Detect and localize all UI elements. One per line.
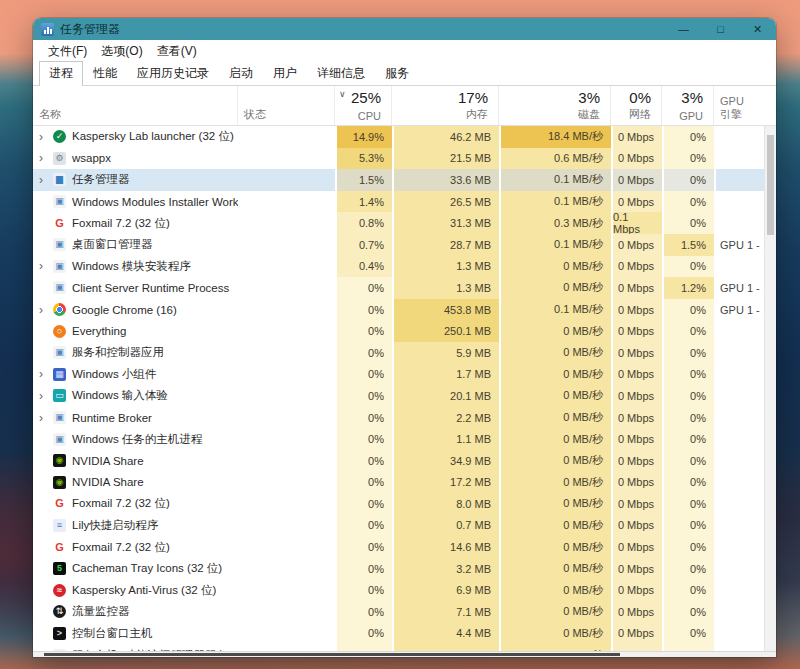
status-cell <box>238 364 335 386</box>
cpu-cell: 0% <box>335 515 392 537</box>
process-name: Foxmail 7.2 (32 位) <box>72 216 170 231</box>
process-name: 桌面窗口管理器 <box>72 237 153 252</box>
expand-chevron-icon[interactable]: › <box>39 151 53 165</box>
expand-chevron-icon[interactable]: › <box>39 389 53 403</box>
table-row[interactable]: › ⚙ 服务主机: 功能访问管理器服务 0% 2.0 MB 0 MB/秒 0 M… <box>33 644 776 651</box>
vertical-scrollbar[interactable] <box>764 126 776 651</box>
table-row[interactable]: › ▣ Windows 模块安装程序 0.4% 1.3 MB 0 MB/秒 0 … <box>33 256 776 278</box>
title-bar[interactable]: 任务管理器 —□✕ <box>33 18 776 40</box>
column-label: 状态 <box>244 107 324 122</box>
table-row[interactable]: › > 控制台窗口主机 0% 4.4 MB 0 MB/秒 0 Mbps 0% <box>33 623 776 645</box>
status-cell <box>238 558 335 580</box>
table-row[interactable]: › ▣ Windows Modules Installer Worker 1.4… <box>33 191 776 213</box>
column-header-gpu-engine[interactable]: GPU 引擎 <box>714 86 764 125</box>
table-row[interactable]: › G Foxmail 7.2 (32 位) 0.8% 31.3 MB 0.3 … <box>33 212 776 234</box>
window-icon: ▣ <box>53 195 66 208</box>
tab-performance[interactable]: 性能 <box>83 61 127 86</box>
table-row[interactable]: › ▆ 任务管理器 1.5% 33.6 MB 0.1 MB/秒 0 Mbps 0… <box>33 169 776 191</box>
cpu-cell: 1.5% <box>335 169 392 191</box>
status-cell <box>238 472 335 494</box>
tab-processes[interactable]: 进程 <box>39 61 83 86</box>
column-header-status[interactable]: 状态 <box>238 86 335 125</box>
minimize-button[interactable]: — <box>665 18 702 40</box>
gpu-total: 3% <box>681 89 703 106</box>
column-header-network[interactable]: 0% 网络 <box>611 86 662 125</box>
table-row[interactable]: › ≡ Lily快捷启动程序 0% 0.7 MB 0 MB/秒 0 Mbps 0… <box>33 515 776 537</box>
table-row[interactable]: › ▭ Windows 输入体验 0% 20.1 MB 0 MB/秒 0 Mbp… <box>33 385 776 407</box>
tab-app-history[interactable]: 应用历史记录 <box>127 61 219 86</box>
lily-icon: ≡ <box>53 519 66 532</box>
process-name-cell: › G Foxmail 7.2 (32 位) <box>33 212 238 234</box>
column-header-cpu[interactable]: ∨ 25% CPU <box>335 86 392 125</box>
tab-details[interactable]: 详细信息 <box>307 61 375 86</box>
window-controls: —□✕ <box>665 18 776 40</box>
disk-total: 3% <box>578 89 600 106</box>
table-row[interactable]: › ▣ Windows 任务的主机进程 0% 1.1 MB 0 MB/秒 0 M… <box>33 428 776 450</box>
window-title: 任务管理器 <box>60 21 120 38</box>
memory-cell: 1.3 MB <box>392 256 499 278</box>
expand-chevron-icon[interactable]: › <box>39 173 53 187</box>
expand-chevron-icon[interactable]: › <box>39 411 53 425</box>
memory-cell: 28.7 MB <box>392 234 499 256</box>
task-manager-window: 任务管理器 —□✕ 文件(F)选项(O)查看(V) 进程性能应用历史记录启动用户… <box>33 18 776 657</box>
column-label: 名称 <box>39 107 227 122</box>
cpu-cell: 0% <box>335 558 392 580</box>
disk-cell: 0 MB/秒 <box>499 472 611 494</box>
gpu-engine-cell: GPU 1 - … <box>714 234 764 256</box>
gpu-cell: 0% <box>662 623 714 645</box>
table-row[interactable]: › ▣ 桌面窗口管理器 0.7% 28.7 MB 0.1 MB/秒 0 Mbps… <box>33 234 776 256</box>
process-name: Windows 模块安装程序 <box>72 259 191 274</box>
process-name: Kaspersky Anti-Virus (32 位) <box>72 583 216 598</box>
cpu-total: 25% <box>351 89 381 106</box>
maximize-button[interactable]: □ <box>702 18 739 40</box>
table-row[interactable]: › G Foxmail 7.2 (32 位) 0% 14.6 MB 0 MB/秒… <box>33 536 776 558</box>
status-cell <box>238 277 335 299</box>
table-row[interactable]: › Google Chrome (16) 0% 453.8 MB 0.1 MB/… <box>33 299 776 321</box>
table-row[interactable]: › 5 Cacheman Tray Icons (32 位) 0% 3.2 MB… <box>33 558 776 580</box>
tab-services[interactable]: 服务 <box>375 61 419 86</box>
expand-chevron-icon[interactable]: › <box>39 259 53 273</box>
column-header-memory[interactable]: 17% 内存 <box>392 86 499 125</box>
process-name: Runtime Broker <box>72 412 152 424</box>
column-header-disk[interactable]: 3% 磁盘 <box>499 86 611 125</box>
table-row[interactable]: › ⇅ 流量监控器 0% 7.1 MB 0 MB/秒 0 Mbps 0% <box>33 601 776 623</box>
network-cell: 0 Mbps <box>611 299 662 321</box>
process-name: 控制台窗口主机 <box>72 626 153 641</box>
network-cell: 0 Mbps <box>611 342 662 364</box>
process-name-cell: › 5 Cacheman Tray Icons (32 位) <box>33 558 238 580</box>
menu-file[interactable]: 文件(F) <box>41 41 94 62</box>
table-row[interactable]: › G Foxmail 7.2 (32 位) 0% 8.0 MB 0 MB/秒 … <box>33 493 776 515</box>
table-row[interactable]: › ▣ Client Server Runtime Process 0% 1.3… <box>33 277 776 299</box>
table-row[interactable]: › ◉ NVIDIA Share 0% 34.9 MB 0 MB/秒 0 Mbp… <box>33 450 776 472</box>
disk-cell: 0 MB/秒 <box>499 558 611 580</box>
table-row[interactable]: › ○ Everything 0% 250.1 MB 0 MB/秒 0 Mbps… <box>33 320 776 342</box>
menu-view[interactable]: 查看(V) <box>150 41 204 62</box>
table-row[interactable]: › ≈ Kaspersky Anti-Virus (32 位) 0% 6.9 M… <box>33 579 776 601</box>
horizontal-scrollbar-thumb[interactable] <box>44 653 620 656</box>
table-row[interactable]: › ▣ 服务和控制器应用 0% 5.9 MB 0 MB/秒 0 Mbps 0% <box>33 342 776 364</box>
tab-startup[interactable]: 启动 <box>219 61 263 86</box>
menu-options[interactable]: 选项(O) <box>94 41 149 62</box>
status-cell <box>238 428 335 450</box>
column-label: 磁盘 <box>578 107 600 122</box>
cpu-cell: 0% <box>335 472 392 494</box>
table-row[interactable]: › ◉ NVIDIA Share 0% 17.2 MB 0 MB/秒 0 Mbp… <box>33 472 776 494</box>
gpu-engine-cell <box>714 320 764 342</box>
column-header-name[interactable]: 名称 <box>33 86 238 125</box>
column-header-gpu[interactable]: 3% GPU <box>662 86 714 125</box>
foxmail-icon: G <box>53 497 66 510</box>
close-button[interactable]: ✕ <box>739 18 776 40</box>
table-row[interactable]: › ✓ Kaspersky Lab launcher (32 位) 14.9% … <box>33 126 776 148</box>
vertical-scrollbar-thumb[interactable] <box>767 135 774 235</box>
table-row[interactable]: › ▦ Windows 小组件 0% 1.7 MB 0 MB/秒 0 Mbps … <box>33 364 776 386</box>
expand-chevron-icon[interactable]: › <box>39 367 53 381</box>
expand-chevron-icon[interactable]: › <box>39 303 53 317</box>
horizontal-scrollbar[interactable] <box>33 651 776 657</box>
table-row[interactable]: › ▣ Runtime Broker 0% 2.2 MB 0 MB/秒 0 Mb… <box>33 407 776 429</box>
memory-cell: 4.4 MB <box>392 623 499 645</box>
status-cell <box>238 385 335 407</box>
table-row[interactable]: › ⚙ wsappx 5.3% 21.5 MB 0.6 MB/秒 0 Mbps … <box>33 148 776 170</box>
process-name-cell: › ▆ 任务管理器 <box>33 169 238 191</box>
tab-users[interactable]: 用户 <box>263 61 307 86</box>
expand-chevron-icon[interactable]: › <box>39 130 53 144</box>
